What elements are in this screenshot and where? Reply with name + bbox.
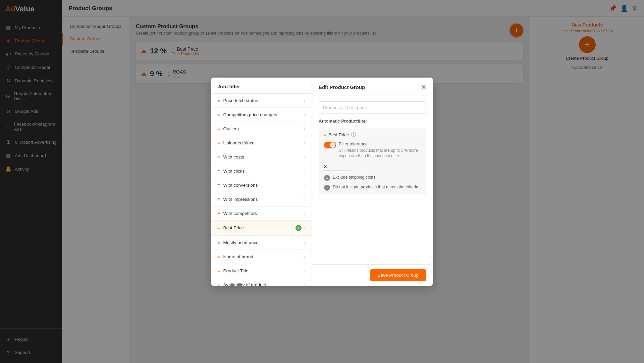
- best-price-filter-card: ≡ Best Price i ✓ Filter tolerance Still: [319, 128, 426, 196]
- filter-lines-icon: ≡: [217, 282, 220, 286]
- filter-lines-icon: ≡: [217, 98, 220, 103]
- filter-arrow-icon: ›: [304, 98, 306, 103]
- save-product-group-button[interactable]: Save Product Group: [370, 269, 426, 281]
- exclude-criteria-label: Do not include products that meets the c…: [333, 184, 418, 190]
- filter-tolerance-desc: Still retains products that are up to x …: [339, 148, 421, 159]
- filter-tolerance-toggle[interactable]: ✓: [324, 142, 336, 148]
- filter-label-outliers: Outliers: [223, 126, 239, 131]
- filter-lines-icon: ≡: [217, 169, 220, 174]
- filter-item-mostly-used-price[interactable]: ≡ Mostly used price ›: [211, 236, 312, 250]
- filter-label-mostly-used-price: Mostly used price: [223, 240, 259, 245]
- filter-label-uploaded-since: Uploaded since: [223, 140, 255, 145]
- filter-label-name-of-brand: Name of brand: [223, 254, 253, 259]
- filter-item-with-competitors[interactable]: ≡ With competitors ›: [211, 207, 312, 221]
- exclude-shipping-label: Exclude shipping costs: [333, 175, 375, 181]
- modal-overlay[interactable]: Add filter ≡ Price fetch status › ≡ Comp…: [0, 0, 644, 363]
- filter-lines-icon: ≡: [217, 225, 220, 230]
- filter-label-price-fetch-status: Price fetch status: [223, 98, 258, 103]
- filter-item-price-fetch-status[interactable]: ≡ Price fetch status ›: [211, 94, 312, 108]
- group-name-input[interactable]: [319, 101, 426, 114]
- exclude-shipping-toggle[interactable]: –: [324, 175, 330, 181]
- filter-card-title-text: Best Price: [328, 132, 349, 137]
- filter-label-availability-of-product: Availability of product: [223, 282, 266, 286]
- edit-panel-body: Automatic Productfilter ≡ Best Price i ✓: [312, 95, 433, 264]
- filter-lines-icon: ≡: [217, 140, 220, 145]
- filter-list: ≡ Price fetch status › ≡ Competitors pri…: [211, 94, 312, 286]
- filter-tolerance-label: Filter tolerance: [339, 141, 421, 146]
- edit-panel-title: Edit Product Group: [319, 84, 365, 90]
- filter-panel-title: Add filter: [211, 78, 312, 94]
- filter-label-best-price: Best Price: [223, 225, 244, 230]
- exclude-criteria-toggle[interactable]: –: [324, 185, 330, 191]
- edit-panel: Edit Product Group ✕ Automatic Productfi…: [312, 78, 433, 286]
- tolerance-value-input[interactable]: [324, 162, 351, 171]
- filter-arrow-icon: ›: [304, 112, 306, 117]
- filter-item-competitors-price-changes[interactable]: ≡ Competitors price changes ›: [211, 108, 312, 122]
- filter-arrow-icon: ›: [304, 240, 306, 245]
- filter-label-with-impressions: With impressions: [223, 197, 258, 202]
- edit-panel-header: Edit Product Group ✕: [312, 78, 433, 95]
- filter-arrow-icon: ›: [304, 197, 306, 202]
- filter-item-uploaded-since[interactable]: ≡ Uploaded since ›: [211, 136, 312, 150]
- edit-panel-footer: Save Product Group: [312, 264, 433, 286]
- filter-arrow-icon: ›: [304, 225, 306, 230]
- filter-arrow-icon: ›: [304, 183, 306, 188]
- filter-lines-icon: ≡: [217, 183, 220, 188]
- filter-card-lines-icon: ≡: [324, 132, 326, 137]
- filter-label-with-conversions: With conversions: [223, 183, 258, 188]
- filter-lines-icon: ≡: [217, 211, 220, 216]
- filter-label-product-title: Product Title: [223, 268, 249, 273]
- filter-lines-icon: ≡: [217, 268, 220, 273]
- filter-arrow-icon: ›: [304, 254, 306, 259]
- filter-lines-icon: ≡: [217, 197, 220, 202]
- filter-lines-icon: ≡: [217, 112, 220, 117]
- filter-lines-icon: ≡: [217, 154, 220, 160]
- filter-arrow-icon: ›: [304, 154, 306, 160]
- filter-item-product-title[interactable]: ≡ Product Title ›: [211, 264, 312, 278]
- filter-arrow-icon: ›: [304, 169, 306, 174]
- filter-item-with-impressions[interactable]: ≡ With impressions ›: [211, 192, 312, 207]
- filter-item-with-costs[interactable]: ≡ With costs ›: [211, 150, 312, 164]
- info-icon[interactable]: i: [351, 132, 356, 137]
- filter-arrow-icon: ›: [304, 140, 306, 145]
- filter-label-with-clicks: With clicks: [223, 169, 245, 174]
- filter-label-with-costs: With costs: [223, 154, 244, 160]
- filter-lines-icon: ≡: [217, 254, 220, 259]
- filter-panel: Add filter ≡ Price fetch status › ≡ Comp…: [211, 78, 312, 286]
- filter-lines-icon: ≡: [217, 126, 220, 131]
- close-modal-button[interactable]: ✕: [421, 84, 426, 91]
- filter-item-with-clicks[interactable]: ≡ With clicks ›: [211, 164, 312, 178]
- filter-arrow-icon: ›: [304, 268, 306, 273]
- filter-item-availability-of-product[interactable]: ≡ Availability of product ›: [211, 278, 312, 286]
- filter-arrow-icon: ›: [304, 126, 306, 131]
- filter-item-with-conversions[interactable]: ≡ With conversions ›: [211, 178, 312, 192]
- filter-arrow-icon: ›: [304, 282, 306, 286]
- filter-item-name-of-brand[interactable]: ≡ Name of brand ›: [211, 250, 312, 264]
- auto-filter-label: Automatic Productfilter: [319, 119, 426, 124]
- modal-container: Add filter ≡ Price fetch status › ≡ Comp…: [211, 78, 433, 286]
- filter-arrow-icon: ›: [304, 211, 306, 216]
- filter-badge-best-price: 1: [296, 225, 302, 231]
- filter-lines-icon: ≡: [217, 240, 220, 245]
- filter-label-with-competitors: With competitors: [223, 211, 257, 216]
- filter-item-best-price[interactable]: ≡ Best Price 1 ›: [211, 221, 312, 236]
- filter-label-competitors-price-changes: Competitors price changes: [223, 112, 277, 117]
- filter-item-outliers[interactable]: ≡ Outliers ›: [211, 122, 312, 136]
